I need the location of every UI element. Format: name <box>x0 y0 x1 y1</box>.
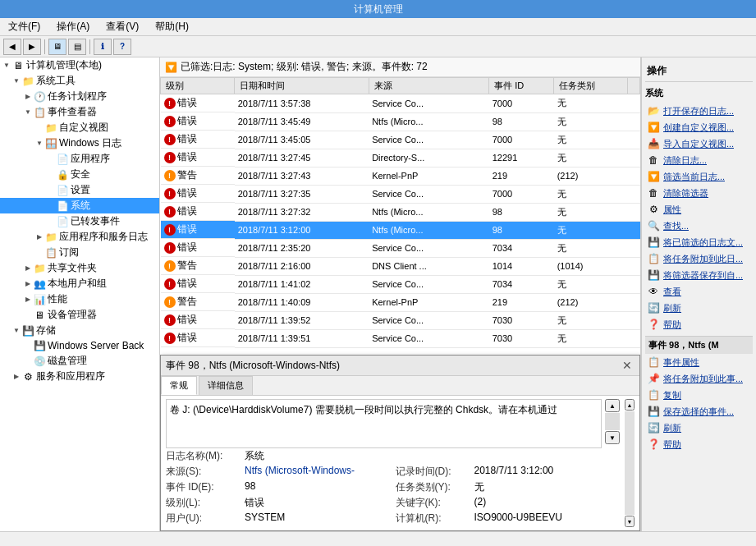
table-row[interactable]: !错误 2018/7/11 3:45:49 Ntfs (Micro... 98 … <box>161 112 640 131</box>
tree-item-performance[interactable]: ▶ 📊 性能 <box>0 291 159 307</box>
root-expand[interactable]: ▼ <box>2 61 11 71</box>
dialog-close-button[interactable]: ✕ <box>620 358 635 373</box>
table-row[interactable]: !错误 2018/7/11 1:41:02 Service Co... 7034… <box>161 275 640 293</box>
sys-tools-expand[interactable]: ▼ <box>11 76 21 86</box>
tree-item-system[interactable]: ▶ 📄 系统 <box>0 198 159 213</box>
col-source[interactable]: 来源 <box>369 78 489 94</box>
table-row[interactable]: !错误 2018/7/11 1:39:52 Service Co... 7030… <box>161 311 640 329</box>
tree-item-app-service-log[interactable]: ▶ 📁 应用程序和服务日志 <box>0 229 159 245</box>
task-expand[interactable]: ▶ <box>23 92 33 102</box>
help-button[interactable]: ? <box>113 39 131 55</box>
cell-spacer <box>628 257 640 275</box>
tree-item-local-users[interactable]: ▶ 👥 本地用户和组 <box>0 276 159 291</box>
action-item-6[interactable]: ⚙ 属性 <box>645 201 753 218</box>
tree-item-device-manager[interactable]: ▶ 🖥 设备管理器 <box>0 307 159 323</box>
cell-spacer <box>628 293 640 311</box>
table-row[interactable]: !错误 2018/7/11 2:35:20 Service Co... 7034… <box>161 239 640 257</box>
menu-help[interactable]: 帮助(H) <box>150 18 194 35</box>
table-row[interactable]: !错误 2018/7/11 3:57:38 Service Co... 7000… <box>161 94 640 113</box>
tree-item-windows-log[interactable]: ▼ 🪟 Windows 日志 <box>0 135 159 151</box>
lu-expand[interactable]: ▶ <box>23 279 33 289</box>
cell-eventid: 98 <box>489 203 554 221</box>
action-item-0[interactable]: 📂 打开保存的日志... <box>645 103 753 119</box>
tree-item-security[interactable]: ▶ 🔒 安全 <box>0 167 159 182</box>
action-section-title: 操作 <box>645 61 753 82</box>
sa-expand[interactable]: ▶ <box>11 372 21 382</box>
tree-item-event-viewer[interactable]: ▼ 📋 事件查看器 <box>0 104 159 120</box>
up-button[interactable]: 🖥 <box>48 39 66 55</box>
sf-expand[interactable]: ▶ <box>23 264 33 273</box>
text-scroll-up[interactable]: ▲ <box>605 399 620 412</box>
action-item-4[interactable]: 🔽 筛选当前日志... <box>645 168 753 185</box>
table-row[interactable]: !错误 2018/7/11 3:27:32 Ntfs (Micro... 98 … <box>161 203 640 221</box>
tree-item-subscription[interactable]: ▶ 📋 订阅 <box>0 245 159 260</box>
table-row[interactable]: !警告 2018/7/11 3:27:43 Kernel-PnP 219 (21… <box>161 167 640 185</box>
ev-action-label: 复制 <box>663 389 681 401</box>
event-table-wrapper[interactable]: 级别 日期和时间 来源 事件 ID 任务类别 !错误 2018/7/11 3:5… <box>160 77 640 355</box>
tree-item-storage[interactable]: ▼ 💾 存储 <box>0 323 159 338</box>
col-level[interactable]: 级别 <box>161 78 235 94</box>
action-item-9[interactable]: 📋 将任务附加到此日... <box>645 250 753 267</box>
perf-expand[interactable]: ▶ <box>23 295 33 305</box>
show-hide-button[interactable]: ▤ <box>68 39 86 55</box>
event-action-item-4[interactable]: 🔄 刷新 <box>645 420 753 436</box>
asl-expand[interactable]: ▶ <box>34 232 44 242</box>
dialog-scroll-up[interactable]: ▲ <box>625 399 635 411</box>
action-item-11[interactable]: 👁 查看 <box>645 283 753 300</box>
info-button[interactable]: ℹ <box>94 39 112 55</box>
action-item-13[interactable]: ❓ 帮助 <box>645 316 753 333</box>
action-item-7[interactable]: 🔍 查找... <box>645 218 753 234</box>
tree-item-windows-server-backup[interactable]: ▶ 💾 Windows Server Back <box>0 338 159 353</box>
table-row[interactable]: !警告 2018/7/11 1:40:09 Kernel-PnP 219 (21… <box>161 293 640 311</box>
table-row[interactable]: !错误 2018/7/11 3:27:35 Service Co... 7000… <box>161 185 640 203</box>
sys-log-icon: 📄 <box>56 200 69 213</box>
ev-expand[interactable]: ▼ <box>23 108 33 117</box>
tree-item-app[interactable]: ▶ 📄 应用程序 <box>0 151 159 167</box>
tree-item-services-apps[interactable]: ▶ ⚙ 服务和应用程序 <box>0 369 159 384</box>
tab-general[interactable]: 常规 <box>161 376 197 395</box>
tree-item-forwarded[interactable]: ▶ 📄 已转发事件 <box>0 213 159 229</box>
cell-source: Service Co... <box>369 275 489 293</box>
menu-file[interactable]: 文件(F) <box>3 18 45 35</box>
stor-expand[interactable]: ▼ <box>11 326 21 336</box>
asl-icon: 📁 <box>44 231 57 244</box>
menu-view[interactable]: 查看(V) <box>101 18 144 35</box>
forward-button[interactable]: ▶ <box>23 39 41 55</box>
table-row[interactable]: !错误 2018/7/11 3:27:45 Directory-S... 122… <box>161 149 640 167</box>
back-button[interactable]: ◀ <box>3 39 21 55</box>
action-item-3[interactable]: 🗑 清除日志... <box>645 152 753 168</box>
table-row[interactable]: !错误 2018/7/11 1:39:51 Service Co... 7030… <box>161 329 640 347</box>
action-item-10[interactable]: 💾 将筛选器保存到自... <box>645 267 753 283</box>
col-datetime[interactable]: 日期和时间 <box>235 78 369 94</box>
action-item-2[interactable]: 📥 导入自定义视图... <box>645 135 753 152</box>
tree-item-task-scheduler[interactable]: ▶ 🕐 任务计划程序 <box>0 89 159 104</box>
action-item-12[interactable]: 🔄 刷新 <box>645 300 753 316</box>
event-action-item-5[interactable]: ❓ 帮助 <box>645 436 753 452</box>
event-action-item-3[interactable]: 💾 保存选择的事件... <box>645 403 753 420</box>
tree-item-setup[interactable]: ▶ 📄 设置 <box>0 182 159 198</box>
action-item-5[interactable]: 🗑 清除筛选器 <box>645 185 753 201</box>
tab-detail[interactable]: 详细信息 <box>199 376 253 395</box>
tree-item-disk-management[interactable]: ▶ 💿 磁盘管理 <box>0 353 159 369</box>
col-task[interactable]: 任务类别 <box>554 78 628 94</box>
text-scroll-down[interactable]: ▼ <box>605 431 620 444</box>
event-action-item-2[interactable]: 📋 复制 <box>645 387 753 403</box>
cell-task: 无 <box>554 275 628 293</box>
event-action-item-1[interactable]: 📌 将任务附加到此事... <box>645 370 753 387</box>
ev-action-icon: ❓ <box>647 438 660 451</box>
tree-item-custom-view[interactable]: ▶ 📁 自定义视图 <box>0 120 159 135</box>
col-eventid[interactable]: 事件 ID <box>489 78 554 94</box>
menu-action[interactable]: 操作(A) <box>52 18 94 35</box>
action-item-1[interactable]: 🔽 创建自定义视图... <box>645 119 753 135</box>
tree-root[interactable]: ▼ 🖥 计算机管理(本地) <box>0 57 159 73</box>
tree-item-shared-folders[interactable]: ▶ 📁 共享文件夹 <box>0 260 159 276</box>
table-row[interactable]: !警告 2018/7/11 2:16:00 DNS Client ... 101… <box>161 257 640 275</box>
table-row[interactable]: !错误 2018/7/11 3:12:00 Ntfs (Micro... 98 … <box>161 221 640 239</box>
action-item-8[interactable]: 💾 将已筛选的日志文... <box>645 234 753 250</box>
event-action-item-0[interactable]: 📋 事件属性 <box>645 354 753 370</box>
wl-expand[interactable]: ▼ <box>34 139 44 149</box>
table-row[interactable]: !错误 2018/7/11 3:45:05 Service Co... 7000… <box>161 131 640 149</box>
dialog-scroll-down[interactable]: ▼ <box>625 516 635 527</box>
cell-spacer <box>628 311 640 329</box>
tree-item-system-tools[interactable]: ▼ 📁 系统工具 <box>0 73 159 89</box>
